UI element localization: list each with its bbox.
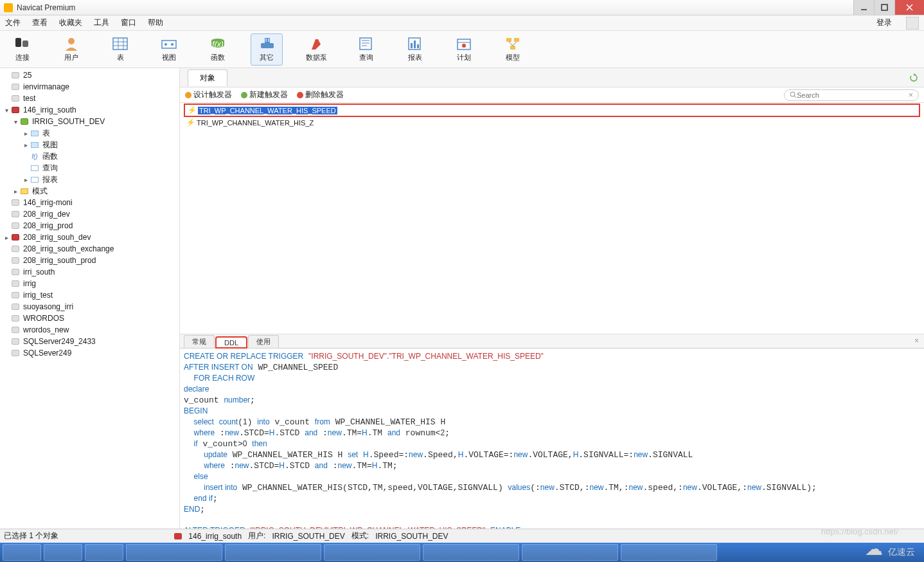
- tb-function[interactable]: f(x)函数: [202, 33, 234, 66]
- node-label: IRRIG_SOUTH_DEV: [32, 117, 105, 126]
- tree-node[interactable]: ▸208_irrig_souh_dev: [0, 231, 179, 243]
- tb-model[interactable]: 模型: [497, 33, 529, 66]
- cloud-watermark: ☁ 亿速云: [865, 538, 915, 559]
- taskbar-item[interactable]: [126, 544, 222, 561]
- node-icon: [10, 280, 21, 287]
- taskbar-item[interactable]: [85, 544, 123, 561]
- taskbar-item[interactable]: [324, 544, 420, 561]
- tb-other[interactable]: 其它: [251, 33, 283, 66]
- node-icon: [30, 176, 40, 183]
- status-schema-label: 模式:: [351, 530, 369, 541]
- tree-node[interactable]: 查询: [0, 162, 179, 174]
- tree-node[interactable]: ▾146_irrig_south: [0, 104, 179, 116]
- tree-node[interactable]: 25: [0, 69, 179, 81]
- tree-node[interactable]: ▸视图: [0, 139, 179, 150]
- tree-node[interactable]: suoyasong_irri: [0, 301, 179, 313]
- tree-node[interactable]: irri_south: [0, 266, 179, 278]
- node-label: 208_irrig_south_exchange: [23, 244, 114, 253]
- tb-plan[interactable]: 计划: [448, 33, 480, 66]
- svg-rect-12: [162, 41, 176, 48]
- taskbar-start[interactable]: [3, 544, 41, 561]
- tree-node[interactable]: irrig_test: [0, 289, 179, 301]
- maximize-button[interactable]: [874, 0, 894, 15]
- svg-line-36: [513, 42, 517, 46]
- search-box[interactable]: ×: [784, 89, 919, 101]
- trigger-row[interactable]: ⚡ TRI_WP_CHANNEL_WATER_HIS_Z: [180, 117, 924, 128]
- tree-node[interactable]: wrordos_new: [0, 324, 179, 336]
- avatar-icon[interactable]: [906, 17, 919, 30]
- toolbar: 连接 用户 表 视图 f(x)函数 其它 数据泵 查询 报表 计划 模型: [0, 31, 924, 68]
- tb-datapump[interactable]: 数据泵: [299, 33, 333, 66]
- tree-node[interactable]: SQLServer249_2433: [0, 336, 179, 347]
- node-icon: [10, 95, 21, 102]
- status-user-label: 用户:: [248, 530, 265, 541]
- svg-point-37: [790, 92, 795, 96]
- tree-node[interactable]: WRORDOS: [0, 313, 179, 324]
- node-label: irrig_test: [23, 291, 53, 300]
- tree-node[interactable]: f()函数: [0, 150, 179, 162]
- node-icon: [19, 187, 30, 195]
- svg-text:f(x): f(x): [212, 40, 223, 49]
- node-label: 208_irrig_prod: [23, 221, 73, 230]
- node-label: test: [23, 94, 35, 103]
- tree-node[interactable]: ▸模式: [0, 185, 179, 197]
- svg-rect-34: [510, 46, 515, 50]
- tb-connect[interactable]: 连接: [6, 33, 39, 66]
- clear-search-icon[interactable]: ×: [909, 91, 913, 100]
- os-taskbar[interactable]: [0, 543, 924, 562]
- menu-help[interactable]: 帮助: [148, 17, 163, 28]
- svg-rect-33: [514, 38, 519, 42]
- tb-query[interactable]: 查询: [350, 33, 382, 66]
- menu-tools[interactable]: 工具: [94, 17, 109, 28]
- tree-node[interactable]: 208_irrig_dev: [0, 208, 179, 220]
- menu-file[interactable]: 文件: [5, 17, 21, 28]
- tree-node[interactable]: 208_irrig_prod: [0, 220, 179, 231]
- tb-report[interactable]: 报表: [399, 33, 431, 66]
- close-button[interactable]: [894, 0, 924, 15]
- node-icon: [10, 268, 21, 276]
- search-input[interactable]: [797, 91, 909, 99]
- taskbar-item[interactable]: [44, 544, 82, 561]
- node-icon: [10, 338, 21, 345]
- tab-ddl[interactable]: DDL: [216, 337, 247, 348]
- act-design-trigger[interactable]: 设计触发器: [185, 89, 232, 100]
- tab-general[interactable]: 常规: [184, 335, 215, 348]
- tb-table[interactable]: 表: [104, 33, 136, 66]
- tree-node[interactable]: test: [0, 93, 179, 104]
- act-delete-trigger[interactable]: 删除触发器: [297, 89, 344, 100]
- tree-node[interactable]: ▸表: [0, 127, 179, 139]
- minimize-button[interactable]: [853, 0, 874, 15]
- node-icon: [10, 245, 21, 253]
- svg-rect-32: [506, 38, 511, 42]
- node-label: 208_irrig_souh_dev: [23, 233, 91, 242]
- taskbar-item[interactable]: [423, 544, 519, 561]
- tree-node[interactable]: 208_irrig_south_exchange: [0, 243, 179, 255]
- node-icon: [10, 349, 21, 357]
- refresh-icon[interactable]: [907, 71, 920, 84]
- tree-node[interactable]: 208_irrig_south_prod: [0, 255, 179, 266]
- ddl-code[interactable]: CREATE OR REPLACE TRIGGER "IRRIG_SOUTH_D…: [180, 349, 924, 529]
- tree-node[interactable]: irrig: [0, 278, 179, 289]
- login-link[interactable]: 登录: [876, 17, 892, 28]
- svg-rect-5: [22, 41, 28, 47]
- trigger-row-selected[interactable]: ⚡ TRI_WP_CHANNEL_WATER_HIS_SPEED: [185, 105, 919, 116]
- tree-node[interactable]: SQLSever249: [0, 347, 179, 359]
- menu-favorites[interactable]: 收藏夹: [59, 17, 82, 28]
- taskbar-item[interactable]: [225, 544, 321, 561]
- taskbar-item[interactable]: [522, 544, 618, 561]
- connection-tree[interactable]: 25ienvirmanagetest▾146_irrig_south▾IRRIG…: [0, 68, 180, 529]
- close-panel-icon[interactable]: ×: [914, 336, 919, 345]
- menu-view[interactable]: 查看: [32, 17, 48, 28]
- tree-node[interactable]: ▾IRRIG_SOUTH_DEV: [0, 116, 179, 127]
- tab-objects[interactable]: 对象: [188, 69, 227, 86]
- tb-user[interactable]: 用户: [55, 33, 87, 66]
- tb-view[interactable]: 视图: [153, 33, 185, 66]
- tree-node[interactable]: ienvirmanage: [0, 81, 179, 93]
- tree-node[interactable]: ▸报表: [0, 174, 179, 185]
- act-new-trigger[interactable]: 新建触发器: [241, 89, 288, 100]
- tab-usage[interactable]: 使用: [248, 335, 279, 348]
- menu-window[interactable]: 窗口: [121, 17, 136, 28]
- taskbar-item[interactable]: [621, 544, 717, 561]
- trigger-icon: ⚡: [186, 118, 194, 127]
- tree-node[interactable]: 146_irrig-moni: [0, 197, 179, 208]
